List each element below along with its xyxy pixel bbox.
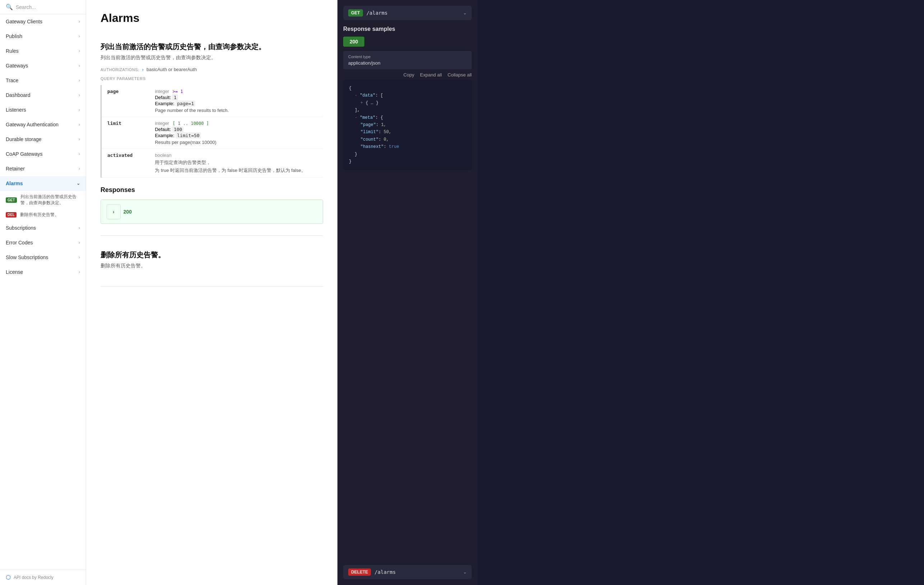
delete-endpoint-chevron-down-icon[interactable]: ⌄ (463, 570, 467, 575)
sidebar-item-error-codes[interactable]: Error Codes › (0, 236, 86, 250)
sidebar-footer: ⬡ API docs by Redocly (0, 569, 86, 585)
sidebar-item-rules[interactable]: Rules › (0, 44, 86, 58)
query-params-block: QUERY PARAMETERS page integer >= 1 Defau… (101, 76, 323, 178)
footer-label: API docs by Redocly (14, 575, 53, 580)
sidebar-item-gateway-clients[interactable]: Gateway Clients › (0, 14, 86, 29)
expand-all-button[interactable]: Expand all (420, 72, 442, 77)
sidebar-sub-item-label: 删除所有历史告警。 (20, 212, 59, 218)
main-content: Alarms 列出当前激活的告警或历史告警，由查询参数决定。 列出当前激活的告警… (86, 0, 337, 585)
sidebar: 🔍 Search... Gateway Clients › Publish › … (0, 0, 86, 585)
param-range-page: >= 1 (173, 89, 183, 94)
sidebar-item-alarms[interactable]: Alarms ⌄ (0, 176, 86, 191)
param-example-limit: Example: limit=50 (155, 133, 320, 138)
section-desc-delete: 删除所有历史告警。 (101, 263, 323, 269)
sidebar-item-slow-subscriptions[interactable]: Slow Subscriptions › (0, 250, 86, 265)
param-row-page: page integer >= 1 Default: 1 Example: (101, 85, 323, 117)
sidebar-item-coap-gateways[interactable]: CoAP Gateways › (0, 147, 86, 161)
response-200-item[interactable]: › 200 (101, 199, 323, 224)
sidebar-item-label: Gateway Clients (6, 19, 42, 25)
param-default-limit: Default: 100 (155, 127, 320, 132)
chevron-right-icon: › (79, 270, 80, 275)
sidebar-item-dashboard[interactable]: Dashboard › (0, 88, 86, 103)
sidebar-sub-item-del-alarms[interactable]: DEL 删除所有历史告警。 (0, 209, 86, 221)
delete-endpoint-bar: DELETE /alarms ⌄ (343, 565, 472, 579)
search-icon: 🔍 (6, 3, 13, 10)
section-title-delete: 删除所有历史告警。 (101, 250, 323, 260)
param-desc-page: Page number of the results to fetch. (155, 108, 320, 113)
chevron-right-icon: › (79, 78, 80, 83)
param-example-val-limit: limit=50 (175, 132, 201, 138)
chevron-right-icon: › (79, 92, 80, 97)
copy-button[interactable]: Copy (404, 72, 414, 77)
content-type-value: application/json (348, 60, 467, 66)
chevron-right-icon: › (79, 107, 80, 112)
chevron-right-icon: › (79, 34, 80, 39)
param-example-val-page: page=1 (175, 101, 195, 107)
status-200-button[interactable]: 200 (343, 36, 365, 47)
param-desc-activated-1: 用于指定查询的告警类型， (155, 159, 320, 166)
search-box[interactable]: 🔍 Search... (0, 0, 86, 14)
search-placeholder: Search... (16, 4, 36, 10)
content-type-label: Content type (348, 54, 467, 59)
chevron-right-icon: › (79, 152, 80, 157)
sidebar-item-license[interactable]: License › (0, 265, 86, 280)
chevron-right-icon: › (79, 255, 80, 260)
get-badge: GET (6, 198, 17, 203)
param-default-val-limit: 100 (172, 126, 183, 132)
sidebar-item-gateways[interactable]: Gateways › (0, 58, 86, 73)
section-title-get: 列出当前激活的告警或历史告警，由查询参数决定。 (101, 42, 323, 52)
param-default-val-page: 1 (172, 94, 178, 101)
responses-block: Responses › 200 (101, 186, 323, 224)
chevron-right-icon: › (79, 122, 80, 127)
param-default-page: Default: 1 (155, 95, 320, 100)
sidebar-sub-item-label: 列出当前激活的告警或历史告警，由查询参数决定。 (20, 194, 76, 206)
sidebar-item-label: Listeners (6, 107, 26, 113)
sidebar-item-retainer[interactable]: Retainer › (0, 161, 86, 176)
auth-label: AUTHORIZATIONS: (101, 68, 139, 72)
param-type-activated: boolean (155, 153, 171, 158)
param-desc-limit: Results per page(max 10000) (155, 140, 320, 145)
sidebar-item-label: Durable storage (6, 137, 42, 142)
response-samples-title: Response samples (343, 26, 472, 32)
sidebar-item-publish[interactable]: Publish › (0, 29, 86, 44)
responses-title: Responses (101, 186, 323, 194)
auth-value: basicAuth or bearerAuth (147, 67, 197, 72)
page-title: Alarms (101, 12, 323, 25)
get-method-badge: GET (348, 9, 363, 16)
sidebar-item-subscriptions[interactable]: Subscriptions › (0, 221, 86, 236)
sidebar-item-label: Retainer (6, 166, 25, 171)
sidebar-item-durable-storage[interactable]: Durable storage › (0, 132, 86, 147)
chevron-right-icon: › (79, 48, 80, 53)
sidebar-item-label: Gateway Authentication (6, 122, 58, 127)
sidebar-item-trace[interactable]: Trace › (0, 73, 86, 88)
sidebar-item-label: License (6, 269, 23, 275)
auth-arrow-link[interactable]: › (142, 67, 144, 72)
response-200-label: 200 (124, 209, 132, 214)
param-desc-activated-2: 为 true 时返回当前激活的告警，为 false 时返回历史告警，默认为 fa… (155, 167, 320, 174)
response-samples-section: Response samples 200 Content type applic… (343, 26, 472, 170)
sidebar-item-gateway-auth[interactable]: Gateway Authentication › (0, 117, 86, 132)
sidebar-sub-item-get-alarms[interactable]: GET 列出当前激活的告警或历史告警，由查询参数决定。 (0, 191, 86, 209)
param-name-limit: limit (107, 120, 121, 126)
chevron-right-icon: › (79, 19, 80, 24)
sidebar-item-listeners[interactable]: Listeners › (0, 103, 86, 117)
endpoint-chevron-down-icon[interactable]: ⌄ (463, 10, 467, 15)
get-endpoint-bar: GET /alarms ⌄ (343, 6, 472, 20)
chevron-right-icon: › (79, 63, 80, 68)
delete-endpoint-path: /alarms (375, 569, 459, 575)
code-actions: Copy Expand all Collapse all (343, 72, 472, 77)
collapse-all-button[interactable]: Collapse all (448, 72, 472, 77)
param-type-page: integer (155, 89, 169, 94)
chevron-right-icon: › (79, 240, 80, 245)
del-badge: DEL (6, 212, 16, 218)
sidebar-item-label: Subscriptions (6, 225, 36, 231)
param-row-activated: activated boolean 用于指定查询的告警类型， 为 true 时返… (101, 149, 323, 178)
sidebar-item-label: Slow Subscriptions (6, 254, 48, 260)
section-get-alarms: 列出当前激活的告警或历史告警，由查询参数决定。 列出当前激活的告警或历史告警，由… (101, 42, 323, 236)
get-endpoint-path: /alarms (366, 10, 459, 16)
chevron-down-icon: ⌄ (76, 181, 80, 186)
auth-row: AUTHORIZATIONS: › basicAuth or bearerAut… (101, 67, 323, 72)
chevron-right-icon: › (79, 166, 80, 171)
param-row-limit: limit integer [ 1 .. 10000 ] Default: 10… (101, 117, 323, 149)
section-desc-get: 列出当前激活的告警或历史告警，由查询参数决定。 (101, 54, 323, 61)
